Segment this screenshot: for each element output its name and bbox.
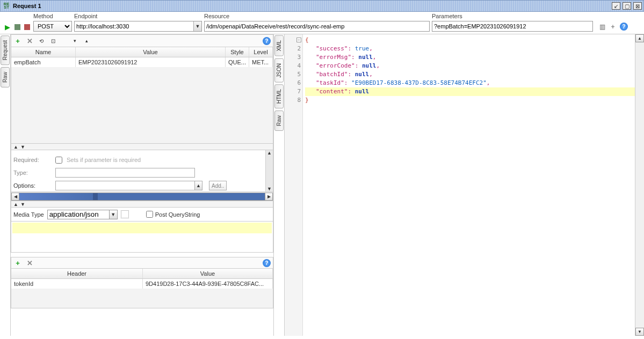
window-title: Request 1 bbox=[13, 3, 612, 9]
stop-button[interactable] bbox=[23, 23, 31, 31]
param-name-cell: empBatch bbox=[11, 57, 76, 67]
response-viewer[interactable]: 1− 2345678 { "success": true, "errorMsg"… bbox=[285, 34, 635, 336]
required-desc: Sets if parameter is required bbox=[67, 157, 141, 163]
endpoint-input[interactable] bbox=[74, 21, 202, 32]
remove-param-button[interactable]: ✕ bbox=[25, 36, 34, 45]
tab-raw-response[interactable]: Raw bbox=[274, 110, 284, 131]
type-input[interactable] bbox=[55, 168, 195, 178]
filter-icon[interactable]: ▥ bbox=[598, 23, 606, 31]
param-level-cell: MET... bbox=[249, 57, 273, 67]
line-gutter: 1− 2345678 bbox=[285, 34, 303, 336]
tab-html[interactable]: HTML bbox=[274, 84, 284, 108]
down-icon[interactable]: ▼ bbox=[20, 144, 25, 150]
fold-icon[interactable]: − bbox=[296, 38, 301, 42]
code-lines: { "success": true, "errorMsg": null, "er… bbox=[305, 34, 635, 105]
param-style-cell: QUE... bbox=[226, 57, 249, 67]
down-icon[interactable]: ▼ bbox=[20, 202, 25, 207]
request-bar: ▶ Method POST Endpoint ▼ Resource Parame… bbox=[0, 12, 644, 34]
options-input[interactable] bbox=[55, 181, 195, 190]
expand-icon[interactable]: ▾ bbox=[70, 36, 79, 45]
sort-params-icon[interactable]: ⟲ bbox=[37, 36, 46, 45]
media-type-dropdown-icon[interactable]: ▼ bbox=[110, 210, 118, 219]
remove-header-button[interactable]: ✕ bbox=[25, 259, 34, 267]
request-body[interactable] bbox=[11, 222, 273, 253]
run-all-button[interactable] bbox=[13, 23, 21, 31]
response-scrollbar[interactable]: ▲ ▼ bbox=[635, 34, 644, 336]
scroll-right-icon[interactable]: ▶ bbox=[265, 193, 273, 201]
up-icon[interactable]: ▲ bbox=[13, 144, 18, 150]
resource-label: Resource bbox=[204, 13, 430, 19]
property-hscroll[interactable]: ◀ ▶ bbox=[11, 192, 273, 201]
param-nav: ▲▼ bbox=[11, 144, 273, 150]
parameters-label: Parameters bbox=[432, 13, 593, 19]
media-type-input[interactable] bbox=[47, 210, 110, 219]
col-header-value[interactable]: Value bbox=[143, 269, 273, 278]
method-select[interactable]: POST bbox=[33, 21, 72, 32]
headers-toolbar: + ✕ ? bbox=[11, 257, 273, 269]
rest-icon: REST bbox=[2, 2, 11, 10]
resource-input[interactable] bbox=[204, 21, 430, 32]
header-name-cell: tokenId bbox=[11, 279, 143, 289]
required-label: Required: bbox=[13, 157, 51, 163]
headers-help-icon[interactable]: ? bbox=[263, 259, 271, 267]
options-label: Options: bbox=[13, 182, 51, 189]
col-value[interactable]: Value bbox=[76, 47, 226, 57]
endpoint-dropdown-icon[interactable]: ▼ bbox=[193, 21, 201, 31]
scroll-up-icon[interactable]: ▲ bbox=[635, 34, 644, 42]
property-scrollbar[interactable]: ▲▼ bbox=[265, 150, 273, 191]
parameters-input[interactable] bbox=[432, 21, 593, 32]
revert-params-icon[interactable]: ⊡ bbox=[49, 36, 57, 45]
col-level[interactable]: Level bbox=[249, 47, 273, 57]
options-dropdown-icon[interactable]: ▲ bbox=[195, 181, 202, 190]
col-style[interactable]: Style bbox=[226, 47, 249, 57]
param-value-cell: EMP20231026091912 bbox=[76, 57, 226, 67]
add-param-button[interactable]: + bbox=[13, 36, 22, 45]
header-value-cell: 9D419D28-17C3-44A9-939E-47805C8FAC... bbox=[143, 279, 273, 289]
collapse-icon[interactable]: ▴ bbox=[82, 36, 91, 45]
add-option-button[interactable]: Add.. bbox=[209, 181, 227, 190]
maximize-icon[interactable]: ▢ bbox=[623, 2, 631, 10]
params-table: Name Value Style Level empBatch EMP20231… bbox=[11, 47, 273, 144]
type-label: Type: bbox=[13, 170, 51, 176]
close-icon[interactable]: ⊠ bbox=[633, 2, 642, 10]
method-label: Method bbox=[33, 13, 72, 19]
tab-json[interactable]: JSON bbox=[274, 58, 284, 83]
up-icon[interactable]: ▲ bbox=[13, 202, 18, 207]
run-button[interactable]: ▶ bbox=[3, 23, 12, 31]
add-header-button[interactable]: + bbox=[13, 259, 22, 267]
titlebar: REST Request 1 ↙ ▢ ⊠ bbox=[0, 0, 644, 12]
minimize-icon[interactable]: ↙ bbox=[612, 2, 620, 10]
params-help-icon[interactable]: ? bbox=[263, 37, 271, 45]
help-icon[interactable]: ? bbox=[620, 23, 628, 31]
media-type-row: Media Type ▼ Post QueryString bbox=[11, 208, 273, 222]
params-toolbar: + ✕ ⟲ ⊡ ▾ ▴ ? bbox=[11, 34, 273, 47]
endpoint-label: Endpoint bbox=[74, 13, 202, 19]
post-querystring-checkbox[interactable] bbox=[146, 211, 153, 218]
param-properties: Required: Sets if parameter is required … bbox=[11, 150, 273, 192]
media-type-label: Media Type bbox=[13, 211, 44, 218]
post-querystring-label: Post QueryString bbox=[155, 211, 200, 218]
table-row[interactable]: tokenId 9D419D28-17C3-44A9-939E-47805C8F… bbox=[11, 279, 273, 289]
col-name[interactable]: Name bbox=[11, 47, 76, 57]
headers-table: Header Value tokenId 9D419D28-17C3-44A9-… bbox=[11, 269, 273, 308]
add-icon[interactable]: + bbox=[609, 23, 617, 31]
tab-raw-request[interactable]: Raw bbox=[1, 67, 10, 87]
required-checkbox[interactable] bbox=[55, 157, 62, 164]
prop-nav: ▲▼ bbox=[11, 201, 273, 208]
col-header[interactable]: Header bbox=[11, 269, 143, 278]
scroll-left-icon[interactable]: ◀ bbox=[11, 193, 19, 201]
tab-xml[interactable]: XML bbox=[274, 35, 284, 56]
table-row[interactable]: empBatch EMP20231026091912 QUE... MET... bbox=[11, 57, 273, 67]
media-options-icon[interactable] bbox=[121, 210, 129, 218]
scroll-down-icon[interactable]: ▼ bbox=[635, 328, 644, 336]
tab-request[interactable]: Request bbox=[1, 35, 10, 65]
